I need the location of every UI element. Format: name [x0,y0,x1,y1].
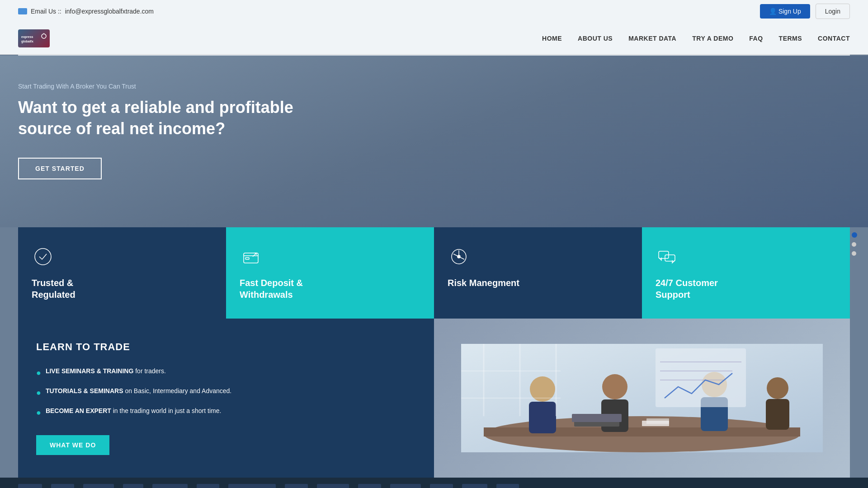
learn-text-1: LIVE SEMINARS & TRAINING for traders. [46,366,166,376]
meeting-illustration [434,344,850,452]
nav-about[interactable]: ABOUT US [578,35,613,42]
learn-text-3: BECOME AN EXPERT in the trading world in… [46,406,222,416]
nav-contact[interactable]: CONTACT [818,35,850,42]
email-info: Email Us :: info@expressglobalfxtrade.co… [18,8,154,15]
what-we-do-button[interactable]: WHAT WE DO [36,435,109,455]
feature-trusted: Trusted &Regulated [18,227,226,319]
learn-title: LEARN TO TRADE [36,341,416,353]
nav-market[interactable]: MARKET DATA [628,35,676,42]
support-title: 24/7 CustomerSupport [656,277,836,300]
bottom-tag-13 [462,484,487,488]
bottom-tag-4 [123,484,143,488]
nav-demo[interactable]: TRY A DEMO [692,35,733,42]
trusted-icon [32,245,54,268]
email-icon [18,8,27,14]
bottom-tag-6 [197,484,219,488]
bottom-tag-5 [152,484,188,488]
learn-item-2: ● TUTORIALS & SEMINARS on Basic, Interme… [36,386,416,399]
svg-point-18 [602,374,627,399]
svg-point-22 [767,377,788,399]
logo-icon: express globalfx [18,29,50,47]
hero-section: Start Trading With A Broker You Can Trus… [0,56,868,227]
svg-text:globalfx: globalfx [21,40,33,43]
bullet-1: ● [36,367,41,379]
nav-terms[interactable]: TERMS [779,35,802,42]
bullet-3: ● [36,407,41,419]
bottom-bar [0,478,868,488]
logo: express globalfx [18,29,50,47]
hero-title: Want to get a reliable and profitable so… [18,97,344,140]
svg-rect-33 [656,348,746,407]
bottom-tag-1 [18,484,42,488]
top-bar: Email Us :: info@expressglobalfxtrade.co… [0,0,868,23]
svg-point-2 [42,34,46,38]
svg-rect-17 [529,402,556,433]
feature-support: 24/7 CustomerSupport [642,227,850,319]
svg-rect-27 [646,418,669,424]
deposit-title: Fast Deposit &Withdrawals [240,277,420,300]
learn-item-1: ● LIVE SEMINARS & TRAINING for traders. [36,366,416,379]
svg-rect-10 [665,255,675,261]
scroll-dot-inactive-1[interactable] [852,242,856,247]
svg-rect-25 [572,414,622,422]
deposit-icon [240,245,262,268]
svg-rect-6 [245,258,249,259]
bottom-tag-12 [430,484,453,488]
top-actions: 👤 Sign Up Login [760,4,850,19]
svg-rect-5 [244,253,258,263]
login-button[interactable]: Login [816,4,850,19]
bottom-tag-3 [83,484,114,488]
scroll-indicator [852,232,857,256]
learn-image [434,319,850,478]
svg-text:express: express [21,35,33,39]
bottom-tag-11 [390,484,421,488]
risk-title: Risk Manegment [448,277,628,289]
bullet-2: ● [36,387,41,399]
bottom-tag-9 [317,484,349,488]
nav-home[interactable]: HOME [542,35,562,42]
bottom-tag-7 [228,484,276,488]
bottom-tag-14 [496,484,519,488]
scroll-dot-active[interactable] [852,232,857,238]
nav-links: HOME ABOUT US MARKET DATA TRY A DEMO FAQ… [542,34,850,42]
risk-icon [448,245,470,268]
bottom-tag-10 [358,484,381,488]
feature-deposit: Fast Deposit &Withdrawals [226,227,434,319]
email-label: Email Us :: [31,8,61,15]
learn-section: LEARN TO TRADE ● LIVE SEMINARS & TRAININ… [18,319,850,478]
nav-faq[interactable]: FAQ [749,35,763,42]
support-icon [656,245,678,268]
get-started-button[interactable]: GET STARTED [18,158,102,179]
learn-text-2: TUTORIALS & SEMINARS on Basic, Intermedi… [46,386,231,396]
feature-risk: Risk Manegment [434,227,642,319]
bottom-tag-8 [285,484,307,488]
features-row: Trusted &Regulated Fast Deposit &Withdra… [18,227,850,319]
navbar: express globalfx HOME ABOUT US MARKET DA… [0,23,868,55]
svg-rect-23 [766,399,789,430]
trusted-title: Trusted &Regulated [32,277,212,300]
svg-point-4 [35,249,51,265]
signup-button[interactable]: 👤 Sign Up [760,4,810,19]
bottom-tag-2 [51,484,74,488]
learn-item-3: ● BECOME AN EXPERT in the trading world … [36,406,416,419]
svg-point-8 [458,255,460,258]
learn-content: LEARN TO TRADE ● LIVE SEMINARS & TRAININ… [18,319,434,478]
scroll-dot-inactive-2[interactable] [852,251,856,256]
email-address: info@expressglobalfxtrade.com [65,8,154,15]
hero-subtitle: Start Trading With A Broker You Can Trus… [18,83,850,90]
